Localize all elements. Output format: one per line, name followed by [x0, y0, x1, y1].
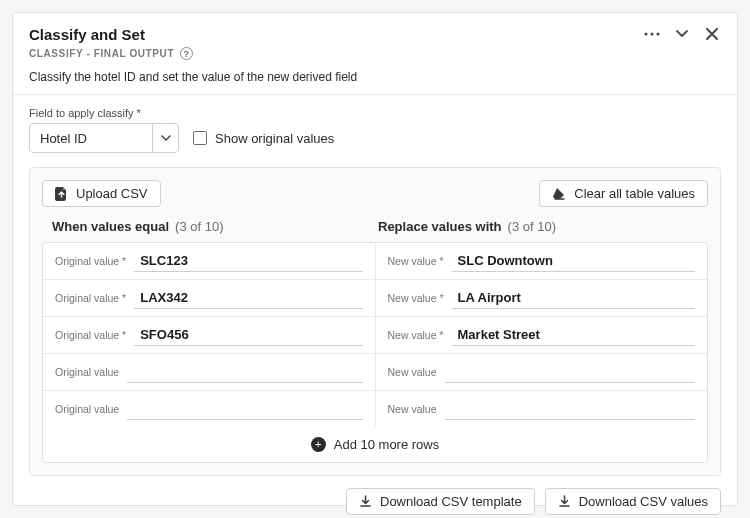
- left-column-title: When values equal(3 of 10): [52, 219, 378, 234]
- checkbox-label: Show original values: [215, 131, 334, 146]
- field-select-value: Hotel ID: [30, 131, 97, 146]
- panel-title: Classify and Set: [29, 26, 145, 43]
- panel-subtitle-row: CLASSIFY - FINAL OUTPUT ?: [29, 47, 721, 60]
- header-actions: [643, 25, 721, 43]
- new-value-cell: New value *: [376, 317, 708, 353]
- right-column-title: Replace values with(3 of 10): [378, 219, 704, 234]
- collapse-icon[interactable]: [673, 25, 691, 43]
- original-value-cell: Original value *: [43, 280, 376, 316]
- table-row: Original value *New value *: [43, 280, 707, 317]
- new-value-cell: New value: [376, 391, 708, 427]
- help-icon[interactable]: ?: [180, 47, 193, 60]
- new-value-input[interactable]: [452, 324, 695, 346]
- new-value-label: New value *: [388, 329, 444, 341]
- upload-csv-button[interactable]: Upload CSV: [42, 180, 161, 207]
- values-panel: Upload CSV Clear all table values When v…: [29, 167, 721, 476]
- new-value-input[interactable]: [445, 398, 695, 420]
- new-value-label: New value *: [388, 292, 444, 304]
- classify-panel: Classify and Set CLASSIFY - FINAL OUTPUT…: [12, 12, 738, 506]
- new-value-label: New value: [388, 366, 437, 378]
- original-value-cell: Original value: [43, 354, 376, 390]
- original-value-label: Original value: [55, 403, 119, 415]
- original-value-cell: Original value *: [43, 243, 376, 279]
- new-value-input[interactable]: [452, 250, 695, 272]
- original-value-cell: Original value *: [43, 317, 376, 353]
- original-value-input[interactable]: [127, 361, 362, 383]
- table-row: Original value *New value *: [43, 317, 707, 354]
- new-value-cell: New value *: [376, 243, 708, 279]
- panel-subtitle: CLASSIFY - FINAL OUTPUT: [29, 48, 174, 59]
- svg-point-1: [650, 32, 653, 35]
- values-table: Original value *New value *Original valu…: [42, 242, 708, 463]
- new-value-input[interactable]: [445, 361, 695, 383]
- svg-point-0: [644, 32, 647, 35]
- panel-description: Classify the hotel ID and set the value …: [29, 70, 721, 84]
- field-label: Field to apply classify *: [29, 107, 721, 119]
- chevron-down-icon: [152, 124, 178, 152]
- checkbox-box: [193, 131, 207, 145]
- clear-all-button[interactable]: Clear all table values: [539, 180, 708, 207]
- columns-header: When values equal(3 of 10) Replace value…: [42, 219, 708, 242]
- original-value-label: Original value *: [55, 292, 126, 304]
- original-value-label: Original value: [55, 366, 119, 378]
- add-rows-button[interactable]: + Add 10 more rows: [43, 427, 707, 462]
- show-original-checkbox[interactable]: Show original values: [193, 131, 334, 146]
- footer-actions: Download CSV template Download CSV value…: [29, 488, 721, 515]
- eraser-icon: [552, 187, 566, 200]
- original-value-input[interactable]: [134, 250, 362, 272]
- plus-icon: +: [311, 437, 326, 452]
- field-select[interactable]: Hotel ID: [29, 123, 179, 153]
- download-values-button[interactable]: Download CSV values: [545, 488, 721, 515]
- download-icon: [558, 495, 571, 508]
- svg-point-2: [656, 32, 659, 35]
- download-icon: [359, 495, 372, 508]
- table-row: Original value *New value *: [43, 243, 707, 280]
- new-value-label: New value: [388, 403, 437, 415]
- original-value-cell: Original value: [43, 391, 376, 427]
- download-template-button[interactable]: Download CSV template: [346, 488, 535, 515]
- original-value-label: Original value *: [55, 329, 126, 341]
- original-value-label: Original value *: [55, 255, 126, 267]
- original-value-input[interactable]: [134, 324, 362, 346]
- original-value-input[interactable]: [134, 287, 362, 309]
- table-row: Original valueNew value: [43, 354, 707, 391]
- panel-header: Classify and Set CLASSIFY - FINAL OUTPUT…: [13, 13, 737, 95]
- close-icon[interactable]: [703, 25, 721, 43]
- new-value-input[interactable]: [452, 287, 695, 309]
- new-value-cell: New value: [376, 354, 708, 390]
- original-value-input[interactable]: [127, 398, 362, 420]
- new-value-cell: New value *: [376, 280, 708, 316]
- file-upload-icon: [55, 187, 68, 201]
- table-row: Original valueNew value: [43, 391, 707, 427]
- more-icon[interactable]: [643, 25, 661, 43]
- panel-body: Field to apply classify * Hotel ID Show …: [13, 95, 737, 518]
- new-value-label: New value *: [388, 255, 444, 267]
